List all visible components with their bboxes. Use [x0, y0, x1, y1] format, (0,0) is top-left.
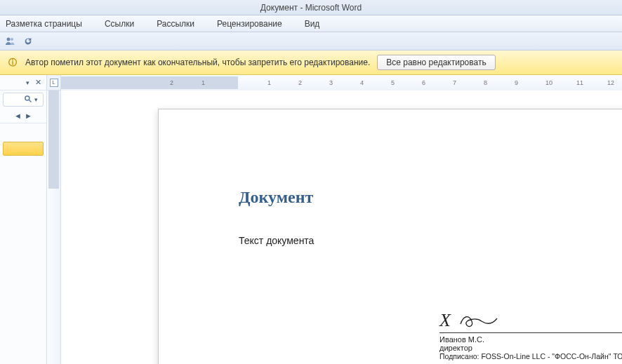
window-title: Документ - Microsoft Word — [260, 3, 362, 13]
signature-title: директор — [439, 344, 622, 352]
document-title: Документ — [239, 188, 622, 207]
svg-point-1 — [11, 38, 13, 41]
nav-close-icon[interactable]: ✕ — [33, 78, 44, 87]
ruler-tick: 3 — [329, 79, 333, 86]
ruler-tick: 9 — [515, 79, 518, 86]
signature-block[interactable]: X Иванов М.С. директор Подписано: FOSS-O… — [439, 310, 622, 360]
nav-body — [0, 123, 46, 364]
signature-x: X — [439, 310, 451, 331]
workspace: ▾ ✕ ▾ ◄ ► L 2 1 — [0, 75, 622, 364]
ruler-tick: 1 — [267, 79, 271, 86]
ribbon-tabs: Разметка страницы Ссылки Рассылки Реценз… — [0, 15, 622, 32]
document-date: 12.05.2015 — [239, 287, 622, 297]
svg-point-2 — [25, 95, 29, 100]
edit-anyway-button[interactable]: Все равно редактировать — [377, 55, 495, 70]
marked-as-final-bar: ⓘ Автор пометил этот документ как оконча… — [0, 50, 622, 75]
nav-prev-icon[interactable]: ◄ — [14, 112, 22, 120]
ruler-tick: 12 — [607, 79, 614, 86]
quick-toolbar — [0, 32, 622, 50]
svg-point-0 — [7, 37, 11, 41]
horizontal-ruler[interactable]: 2 1 1 2 3 4 5 6 7 8 9 10 11 12 — [61, 75, 622, 90]
ruler-tick: 8 — [484, 79, 487, 86]
signature-line: X — [439, 310, 622, 333]
ruler-tick: 11 — [576, 79, 583, 86]
svg-line-3 — [29, 100, 32, 102]
ruler-tick: 2 — [298, 79, 302, 86]
horizontal-ruler-bar: L 2 1 1 2 3 4 5 6 7 8 9 10 11 — [47, 75, 622, 90]
warning-message: Автор пометил этот документ как окончате… — [25, 58, 370, 67]
tab-references[interactable]: Ссылки — [102, 17, 137, 31]
ruler-tick: 1 — [201, 79, 205, 86]
page-viewport[interactable]: Документ Текст документа 12.05.2015 X Ив… — [61, 90, 622, 364]
ruler-corner[interactable]: L — [47, 75, 61, 90]
document-wrap: Документ Текст документа 12.05.2015 X Ив… — [47, 90, 622, 364]
refresh-icon[interactable] — [22, 36, 34, 47]
search-dropdown-icon[interactable]: ▾ — [32, 96, 40, 103]
signature-scrawl-icon — [458, 311, 500, 331]
signature-signed-by: Подписано: FOSS-On-Line LLC - "ФОСС-Он-Л… — [439, 352, 622, 360]
navigation-pane: ▾ ✕ ▾ ◄ ► — [0, 75, 47, 364]
document-area: L 2 1 1 2 3 4 5 6 7 8 9 10 11 — [47, 75, 622, 364]
title-bar: Документ - Microsoft Word — [0, 0, 622, 15]
ruler-tick: 7 — [453, 79, 456, 86]
ruler-tick: 5 — [391, 79, 395, 86]
users-icon[interactable] — [4, 36, 15, 47]
nav-next-icon[interactable]: ► — [25, 112, 32, 120]
tab-review[interactable]: Рецензирование — [214, 17, 285, 31]
ruler-tick: 2 — [170, 79, 173, 86]
nav-pane-header: ▾ ✕ — [0, 75, 46, 90]
search-icon — [24, 95, 32, 105]
tab-selector-icon: L — [50, 79, 58, 87]
page: Документ Текст документа 12.05.2015 X Ив… — [158, 109, 622, 364]
signature-name: Иванов М.С. — [439, 335, 622, 344]
tab-view[interactable]: Вид — [302, 17, 323, 31]
ruler-tick: 10 — [545, 79, 552, 86]
nav-dropdown-icon[interactable]: ▾ — [24, 79, 32, 86]
info-icon: ⓘ — [7, 57, 18, 68]
tab-mailings[interactable]: Рассылки — [154, 17, 197, 31]
vertical-ruler[interactable] — [47, 90, 61, 364]
nav-thumbnail[interactable] — [3, 142, 44, 156]
tab-page-layout[interactable]: Разметка страницы — [3, 17, 85, 31]
ruler-tick: 4 — [360, 79, 364, 86]
nav-arrows: ◄ ► — [0, 109, 46, 123]
document-body-text: Текст документа — [239, 235, 622, 246]
nav-search-input[interactable]: ▾ — [3, 93, 44, 107]
ruler-tick: 6 — [422, 79, 425, 86]
